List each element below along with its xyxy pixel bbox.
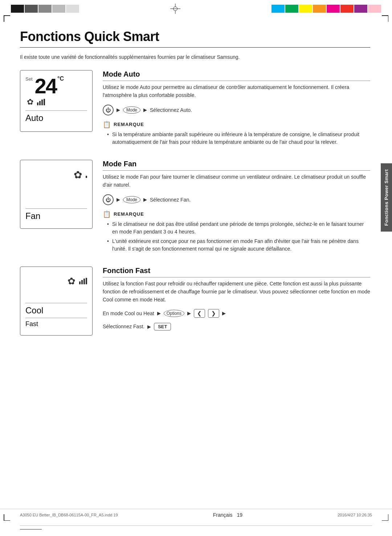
note-box-fan: 📋 REMARQUE Si le climatiseur ne doit pas… — [103, 210, 370, 253]
note-title-auto: REMARQUE — [114, 122, 144, 127]
options-button[interactable]: Options — [164, 310, 184, 317]
section-text-fast: Fonction Fast Utilisez la fonction Fast … — [103, 267, 370, 336]
main-content: Fonctions Quick Smart Il existe toute un… — [0, 18, 392, 357]
device-unit: °C — [57, 76, 64, 82]
page-title: Fonctions Quick Smart — [20, 29, 370, 44]
bottom-line2 — [20, 529, 42, 529]
section-title-fan: Mode Fan — [103, 160, 370, 171]
section-body-fan: Utilisez le mode Fan pour faire tourner … — [103, 173, 370, 189]
instruction-row-fan: ⏻ ▶ Mode ▶ Sélectionnez Fan. — [103, 194, 370, 205]
arrow-fast-2: ▶ — [187, 310, 191, 316]
device-icons-row-fan: ✿ — [74, 169, 87, 181]
note-icon-fan: 📋 — [103, 210, 111, 218]
reg-mark-tl — [4, 15, 10, 22]
device-set-row: Set 24 °C — [25, 76, 87, 97]
section-title-fast: Fonction Fast — [103, 267, 370, 277]
arrow-fan-2: ▶ — [143, 197, 147, 202]
note-item-auto-0: Si la température ambiante paraît supéri… — [107, 131, 370, 146]
arrow-fast-3: ▶ — [222, 310, 226, 316]
instruction-row-fast-1: En mode Cool ou Heat ▶ Options ▶ ❮ ❯ ▶ — [103, 309, 370, 318]
bottom-meta: A3050 EU Better_IB_DB68-06115A-00_FR_A5.… — [0, 509, 392, 518]
note-item-fan-1: L'unité extérieure est conçue pour ne pa… — [107, 237, 370, 253]
fan-icon-fan: ✿ — [74, 169, 82, 181]
instruction-text-fan: Sélectionnez Fan. — [150, 197, 191, 203]
section-fonction-fast: ✿ Cool Fast Fonction Fast Utilisez la fo… — [20, 267, 370, 336]
arrow-2: ▶ — [143, 107, 147, 113]
power-icon-fan: ⏻ — [106, 197, 111, 203]
device-icons-row: ✿ — [27, 97, 45, 107]
device-panel-fast: ✿ Cool Fast — [20, 267, 93, 336]
instruction-text-auto: Sélectionnez Auto. — [150, 107, 192, 113]
bar-icon-fan — [86, 171, 87, 178]
arrow-1: ▶ — [117, 107, 120, 113]
bar-icon-fast — [79, 278, 87, 284]
section-body-auto: Utilisez le mode Auto pour permettre au … — [103, 83, 370, 100]
device-mode-fast: Cool — [25, 303, 87, 316]
arrow-fan-1: ▶ — [117, 197, 120, 202]
note-box-auto: 📋 REMARQUE Si la température ambiante pa… — [103, 121, 370, 146]
mode-button-auto[interactable]: Mode — [123, 106, 140, 114]
section-text-auto: Mode Auto Utilisez le mode Auto pour per… — [103, 70, 370, 150]
device-mode-auto: Auto — [25, 110, 87, 123]
color-swatches-left — [11, 5, 79, 13]
note-item-fan-0: Si le climatiseur ne doit pas être utili… — [107, 220, 370, 236]
device-sub-fast: Fast — [25, 318, 87, 328]
side-tab: Fonctions Power Smart — [381, 163, 392, 232]
arrow-fast-1: ▶ — [157, 310, 161, 316]
page-indicator: Français 19 — [213, 512, 242, 518]
device-mode-fan: Fan — [25, 208, 87, 221]
note-title-row-auto: 📋 REMARQUE — [103, 121, 370, 129]
page-lang: Français — [213, 512, 233, 518]
reg-mark-tr — [382, 15, 388, 22]
color-swatches-right — [271, 5, 381, 13]
section-text-fan: Mode Fan Utilisez le mode Fan pour faire… — [103, 160, 370, 256]
arrow-fast-4: ▶ — [147, 324, 151, 329]
mode-button-fan[interactable]: Mode — [123, 196, 140, 203]
page-subtitle: Il existe toute une variété de fonctionn… — [20, 54, 370, 60]
set-label: Set — [25, 76, 33, 82]
instruction-label-cool-heat: En mode Cool ou Heat — [103, 310, 154, 316]
note-list-auto: Si la température ambiante paraît supéri… — [103, 131, 370, 146]
bottom-line — [20, 525, 372, 526]
device-panel-auto: Set 24 °C ✿ Auto — [20, 70, 93, 132]
nav-left-button[interactable]: ❮ — [194, 309, 205, 318]
section-mode-auto: Set 24 °C ✿ Auto Mode Auto — [20, 70, 370, 150]
set-button[interactable]: SET — [154, 323, 171, 330]
device-panel-fan: ✿ Fan — [20, 160, 93, 229]
fan-icon: ✿ — [27, 97, 33, 107]
note-title-row-fan: 📋 REMARQUE — [103, 210, 370, 218]
power-button-fan[interactable]: ⏻ — [103, 194, 114, 205]
print-marks-top — [0, 0, 392, 15]
title-underline — [20, 47, 370, 48]
page-number: 19 — [237, 512, 242, 518]
section-title-auto: Mode Auto — [103, 70, 370, 81]
fan-icon-fast: ✿ — [68, 276, 75, 287]
date-stamp: 2016/4/27 10:26:35 — [338, 513, 372, 517]
device-temp: 24 — [35, 76, 57, 97]
instruction-row-auto: ⏻ ▶ Mode ▶ Sélectionnez Auto. — [103, 105, 370, 115]
bar-icon — [37, 99, 45, 105]
device-icons-row-fast: ✿ — [68, 276, 87, 287]
instruction-label-set-fast: Sélectionnez Fast. — [103, 324, 144, 329]
section-body-fast: Utilisez la fonction Fast pour refroidir… — [103, 280, 370, 304]
note-list-fan: Si le climatiseur ne doit pas être utili… — [103, 220, 370, 253]
instruction-row-fast-2: Sélectionnez Fast. ▶ SET — [103, 323, 370, 330]
section-mode-fan: ✿ Fan Mode Fan Utilisez le mode Fan pour… — [20, 160, 370, 256]
power-button-auto[interactable]: ⏻ — [103, 105, 114, 115]
crosshair-center — [170, 4, 180, 14]
nav-right-button[interactable]: ❯ — [208, 309, 219, 318]
note-icon-auto: 📋 — [103, 121, 111, 129]
file-name: A3050 EU Better_IB_DB68-06115A-00_FR_A5.… — [20, 513, 118, 517]
power-icon: ⏻ — [106, 107, 111, 113]
note-title-fan: REMARQUE — [114, 211, 144, 217]
